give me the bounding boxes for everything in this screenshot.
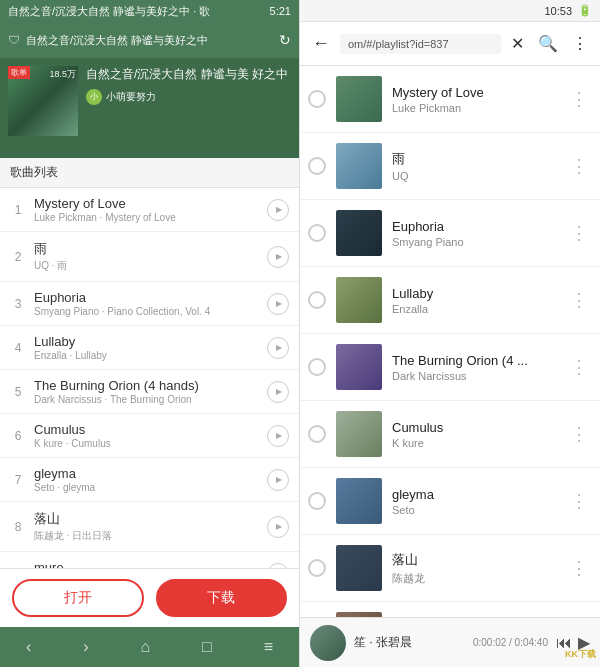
radio-button[interactable] <box>308 157 326 175</box>
radio-button[interactable] <box>308 224 326 242</box>
song-number: 1 <box>10 203 26 217</box>
table-row[interactable]: 雨 UQ ⋮ <box>300 133 600 200</box>
list-item[interactable]: 9 mure hidevuki hashimoto · room <box>0 552 299 568</box>
right-song-artist: UQ <box>392 170 556 182</box>
song-thumbnail <box>336 277 382 323</box>
song-thumbnail <box>336 344 382 390</box>
right-song-info: Cumulus K kure <box>392 420 556 449</box>
hero-title: 自然之音/沉浸大自然 静谧与美 好之中 <box>86 66 291 83</box>
play-button[interactable] <box>267 337 289 359</box>
download-button[interactable]: 下载 <box>156 579 288 617</box>
song-info: Euphoria Smyang Piano · Piano Collection… <box>34 290 259 317</box>
table-row[interactable]: gleyma Seto ⋮ <box>300 468 600 535</box>
list-item[interactable]: 3 Euphoria Smyang Piano · Piano Collecti… <box>0 282 299 326</box>
song-number: 7 <box>10 473 26 487</box>
song-more-icon[interactable]: ⋮ <box>566 352 592 382</box>
list-item[interactable]: 8 落山 陈越龙 · 日出日落 <box>0 502 299 552</box>
right-status-time: 10:53 <box>544 5 572 17</box>
table-row[interactable]: mure hideyuki hashimoto ⋮ <box>300 602 600 617</box>
song-info: The Burning Orion (4 hands) Dark Narciss… <box>34 378 259 405</box>
right-song-info: 落山 陈越龙 <box>392 551 556 586</box>
left-header: 🛡 自然之音/沉浸大自然 静谧与美好之中 ↻ <box>0 22 299 58</box>
radio-button[interactable] <box>308 291 326 309</box>
author-name: 小萌要努力 <box>106 90 156 104</box>
nav-menu-icon[interactable]: ≡ <box>254 634 283 660</box>
song-more-icon[interactable]: ⋮ <box>566 553 592 583</box>
song-title: Euphoria <box>34 290 259 305</box>
right-song-title: gleyma <box>392 487 556 502</box>
song-subtitle: Luke Pickman · Mystery of Love <box>34 212 259 223</box>
search-icon[interactable]: 🔍 <box>534 30 562 57</box>
song-info: gleyma Seto · gleyma <box>34 466 259 493</box>
now-playing-thumbnail <box>310 625 346 661</box>
url-bar[interactable]: om/#/playlist?id=837 <box>340 34 501 54</box>
song-more-icon[interactable]: ⋮ <box>566 486 592 516</box>
right-song-info: Mystery of Love Luke Pickman <box>392 85 556 114</box>
nav-square-icon[interactable]: □ <box>192 634 222 660</box>
song-thumbnail <box>336 76 382 122</box>
song-number: 6 <box>10 429 26 443</box>
play-button[interactable] <box>267 469 289 491</box>
table-row[interactable]: 落山 陈越龙 ⋮ <box>300 535 600 602</box>
nav-forward-icon[interactable]: › <box>73 634 98 660</box>
open-button[interactable]: 打开 <box>12 579 144 617</box>
right-song-title: Mystery of Love <box>392 85 556 100</box>
play-button[interactable] <box>267 199 289 221</box>
list-item[interactable]: 5 The Burning Orion (4 hands) Dark Narci… <box>0 370 299 414</box>
author-avatar: 小 <box>86 89 102 105</box>
refresh-icon[interactable]: ↻ <box>279 32 291 48</box>
list-item[interactable]: 6 Cumulus K kure · Cumulus <box>0 414 299 458</box>
table-row[interactable]: Euphoria Smyang Piano ⋮ <box>300 200 600 267</box>
right-song-title: Lullaby <box>392 286 556 301</box>
song-title: 雨 <box>34 240 259 258</box>
section-label: 歌曲列表 <box>0 158 299 188</box>
left-nav: ‹ › ⌂ □ ≡ <box>0 627 299 667</box>
song-thumbnail <box>336 210 382 256</box>
play-button[interactable] <box>267 381 289 403</box>
song-more-icon[interactable]: ⋮ <box>566 84 592 114</box>
play-button[interactable] <box>267 293 289 315</box>
table-row[interactable]: The Burning Orion (4 ... Dark Narcissus … <box>300 334 600 401</box>
radio-button[interactable] <box>308 358 326 376</box>
song-subtitle: 陈越龙 · 日出日落 <box>34 529 259 543</box>
radio-button[interactable] <box>308 90 326 108</box>
back-button[interactable]: ← <box>308 29 334 58</box>
right-song-artist: Dark Narcissus <box>392 370 556 382</box>
right-song-info: Lullaby Enzalla <box>392 286 556 315</box>
action-bar: 打开 下载 <box>0 568 299 627</box>
nav-home-icon[interactable]: ⌂ <box>130 634 160 660</box>
radio-button[interactable] <box>308 492 326 510</box>
hero-author: 小 小萌要努力 <box>86 89 291 105</box>
list-item[interactable]: 4 Lullaby Enzalla · Lullaby <box>0 326 299 370</box>
list-item[interactable]: 1 Mystery of Love Luke Pickman · Mystery… <box>0 188 299 232</box>
now-playing-info: 笙 · 张碧晨 <box>354 634 465 651</box>
nav-back-icon[interactable]: ‹ <box>16 634 41 660</box>
song-number: 3 <box>10 297 26 311</box>
more-icon[interactable]: ⋮ <box>568 30 592 57</box>
song-subtitle: Smyang Piano · Piano Collection, Vol. 4 <box>34 306 259 317</box>
song-title: 落山 <box>34 510 259 528</box>
song-info: Mystery of Love Luke Pickman · Mystery o… <box>34 196 259 223</box>
list-item[interactable]: 7 gleyma Seto · gleyma <box>0 458 299 502</box>
song-more-icon[interactable]: ⋮ <box>566 285 592 315</box>
left-status-title: 自然之音/沉浸大自然 静谧与美好之中 · 歌 <box>8 4 266 19</box>
table-row[interactable]: Cumulus K kure ⋮ <box>300 401 600 468</box>
song-number: 2 <box>10 250 26 264</box>
song-more-icon[interactable]: ⋮ <box>566 419 592 449</box>
right-battery-icon: 🔋 <box>578 4 592 17</box>
radio-button[interactable] <box>308 425 326 443</box>
close-icon[interactable]: ✕ <box>507 30 528 57</box>
play-button[interactable] <box>267 425 289 447</box>
song-more-icon[interactable]: ⋮ <box>566 218 592 248</box>
play-button[interactable] <box>267 246 289 268</box>
song-more-icon[interactable]: ⋮ <box>566 151 592 181</box>
table-row[interactable]: Mystery of Love Luke Pickman ⋮ <box>300 66 600 133</box>
radio-button[interactable] <box>308 559 326 577</box>
song-thumbnail <box>336 411 382 457</box>
now-playing-title: 笙 · 张碧晨 <box>354 634 465 651</box>
list-item[interactable]: 2 雨 UQ · 雨 <box>0 232 299 282</box>
right-song-artist: Seto <box>392 504 556 516</box>
table-row[interactable]: Lullaby Enzalla ⋮ <box>300 267 600 334</box>
play-button[interactable] <box>267 516 289 538</box>
left-song-list: 1 Mystery of Love Luke Pickman · Mystery… <box>0 188 299 568</box>
